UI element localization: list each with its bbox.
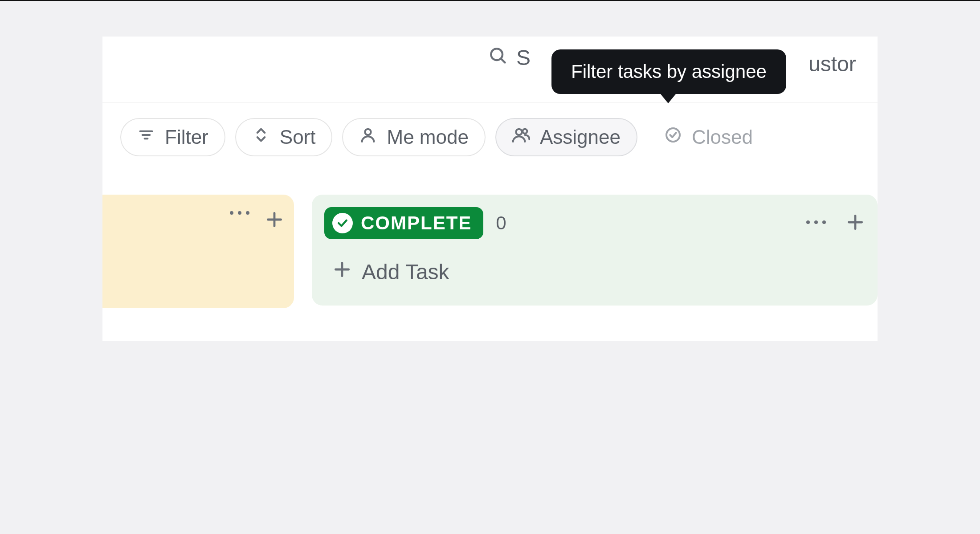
- filter-bar: Filter Sort Me mode Assignee Closed: [102, 102, 878, 171]
- more-icon: [229, 210, 250, 217]
- column-review-partial: [102, 195, 294, 308]
- column-menu-button[interactable]: [805, 219, 827, 227]
- tooltip-assignee: Filter tasks by assignee: [551, 49, 786, 94]
- column-add-button[interactable]: [265, 210, 284, 231]
- filter-label: Filter: [165, 126, 208, 148]
- search-button[interactable]: S: [488, 45, 531, 70]
- person-icon: [359, 126, 377, 148]
- tooltip-text: Filter tasks by assignee: [571, 61, 767, 82]
- filter-button[interactable]: Filter: [120, 118, 225, 156]
- more-icon: [805, 219, 827, 227]
- tooltip-tail-icon: [660, 94, 676, 103]
- add-task-button[interactable]: Add Task: [324, 260, 865, 284]
- svg-point-7: [523, 129, 527, 133]
- svg-point-9: [230, 211, 233, 215]
- closed-button[interactable]: Closed: [647, 118, 770, 156]
- svg-point-14: [806, 220, 810, 224]
- check-icon: [332, 213, 353, 233]
- search-icon: [488, 45, 507, 70]
- svg-point-15: [814, 220, 818, 224]
- svg-line-1: [501, 59, 505, 63]
- column-count: 0: [496, 212, 506, 234]
- svg-point-6: [516, 129, 522, 135]
- column-complete: COMPLETE 0: [312, 195, 878, 306]
- column-menu-button[interactable]: [229, 210, 250, 218]
- board: COMPLETE 0: [102, 171, 878, 341]
- people-icon: [512, 126, 530, 148]
- sort-icon: [252, 126, 270, 148]
- plus-icon: [845, 226, 865, 233]
- assignee-label: Assignee: [540, 126, 621, 148]
- app-frame: S ustor Filter tasks by assignee Filter …: [102, 37, 878, 341]
- svg-point-10: [238, 211, 241, 215]
- svg-point-16: [822, 220, 826, 224]
- sort-label: Sort: [280, 126, 316, 148]
- assignee-button[interactable]: Assignee: [495, 118, 637, 156]
- me-mode-button[interactable]: Me mode: [342, 118, 485, 156]
- plus-icon: [332, 260, 352, 284]
- status-badge-complete[interactable]: COMPLETE: [324, 207, 483, 239]
- svg-point-11: [246, 211, 249, 215]
- search-text-fragment: S: [516, 45, 531, 70]
- sort-button[interactable]: Sort: [235, 118, 333, 156]
- column-add-button[interactable]: [845, 212, 865, 234]
- check-circle-icon: [664, 126, 682, 148]
- me-mode-label: Me mode: [387, 126, 468, 148]
- plus-icon: [265, 223, 284, 231]
- column-header: COMPLETE 0: [324, 207, 865, 239]
- badge-label: COMPLETE: [361, 212, 472, 234]
- filter-icon: [137, 126, 155, 148]
- closed-label: Closed: [692, 126, 753, 148]
- customize-text-fragment: ustor: [808, 52, 856, 76]
- svg-point-5: [365, 129, 371, 135]
- add-task-label: Add Task: [362, 260, 449, 284]
- column-actions: [805, 212, 865, 234]
